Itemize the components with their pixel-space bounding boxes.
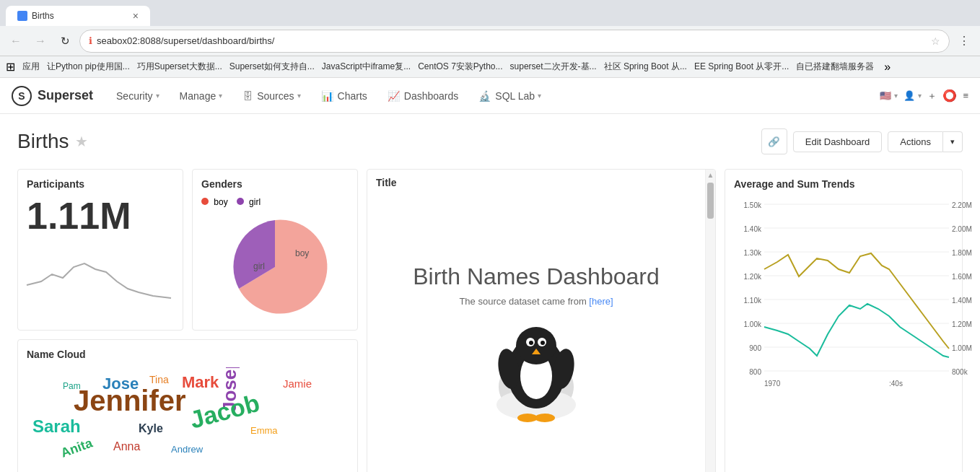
superset-logo-icon: S <box>12 86 32 106</box>
nav-manage[interactable]: Manage ▾ <box>171 84 232 108</box>
bookmark-8[interactable]: EE Spring Boot 从零开... <box>694 61 789 73</box>
bookmark-2[interactable]: 巧用Superset大数据... <box>137 61 222 73</box>
pie-container: girl boy <box>201 213 349 321</box>
hamburger-icon: ≡ <box>963 90 968 101</box>
nav-sqllab-label: SQL Lab <box>495 90 535 102</box>
actions-dropdown-btn[interactable]: ▾ <box>943 131 963 152</box>
link-btn[interactable]: 🔗 <box>761 128 787 154</box>
bookmark-5[interactable]: CentOS 7安装Pytho... <box>418 61 502 73</box>
scroll-bar[interactable]: ▲ ▼ <box>705 170 715 472</box>
extensions-btn[interactable]: ⋮ <box>954 31 974 51</box>
apps-icon[interactable]: ⊞ <box>6 60 15 74</box>
nav-github[interactable]: ⭕ <box>942 89 957 102</box>
flag-chevron: ▾ <box>894 92 898 100</box>
svg-text:2.20M: 2.20M <box>952 201 972 209</box>
nav-security-label: Security <box>116 90 153 102</box>
genders-title: Genders <box>201 178 349 190</box>
nav-sqllab[interactable]: 🔬 SQL Lab ▾ <box>470 84 550 108</box>
birth-link[interactable]: [here] <box>589 296 613 307</box>
nav-dashboards[interactable]: 📈 Dashboards <box>379 84 468 108</box>
superset-logo[interactable]: S Superset <box>12 86 93 106</box>
browser-tab[interactable]: Births × <box>6 6 150 26</box>
name-jamie: Jamie <box>283 377 312 390</box>
svg-text:2.00M: 2.00M <box>952 225 972 233</box>
plus-icon: ＋ <box>927 89 937 102</box>
svg-text:1970: 1970 <box>764 380 781 388</box>
participants-value: 1.11M <box>27 197 174 235</box>
tab-close-btn[interactable]: × <box>133 10 139 22</box>
name-emma: Emma <box>250 425 278 436</box>
more-bookmarks[interactable]: » <box>884 61 891 74</box>
bookmark-7[interactable]: 社区 Spring Boot 从... <box>604 61 687 73</box>
github-icon: ⭕ <box>942 89 957 102</box>
browser-toolbar: ← → ↻ ℹ seabox02:8088/superset/dashboard… <box>0 26 980 56</box>
nav-menu-icon[interactable]: ≡ <box>963 90 968 101</box>
nav-sources[interactable]: 🗄 Sources ▾ <box>234 84 309 108</box>
forward-btn[interactable]: → <box>30 31 51 51</box>
girl-legend-dot <box>237 198 244 205</box>
scroll-up[interactable]: ▲ <box>706 170 715 180</box>
dashboard-content: Births ★ 🔗 Edit Dashboard Actions ▾ <box>0 114 980 472</box>
girl-legend: girl <box>237 197 261 207</box>
name-cloud: Jennifer Jose Mark Tina Joseph Jamie Sar… <box>27 367 349 472</box>
back-btn[interactable]: ← <box>6 31 26 51</box>
svg-point-10 <box>541 341 545 345</box>
svg-text:1.40k: 1.40k <box>744 225 762 233</box>
name-pam: Pam <box>63 381 81 391</box>
nav-sources-label: Sources <box>257 90 294 102</box>
bookmark-3[interactable]: Superset如何支持自... <box>229 61 315 73</box>
title-card: Title Birth Names Dashboard The source d… <box>367 169 716 472</box>
trend-chart-area: 1.50k 1.40k 1.30k 1.20k 1.10k 1.00k 900 … <box>734 197 953 399</box>
scroll-thumb <box>707 183 714 219</box>
nav-user[interactable]: 👤 ▾ <box>904 90 922 101</box>
nav-security[interactable]: Security ▾ <box>108 84 168 108</box>
boy-legend: boy <box>201 197 228 207</box>
svg-point-14 <box>517 414 538 422</box>
girl-label: girl <box>253 261 265 271</box>
browser-tabs: Births × <box>0 0 980 26</box>
superset-logo-text: Superset <box>38 88 93 103</box>
participants-card: Participants 1.11M <box>17 169 183 331</box>
dashboard-title-text: Births <box>17 130 69 153</box>
penguin-illustration <box>486 318 587 421</box>
security-icon: ℹ <box>89 35 92 46</box>
charts-icon: 📊 <box>321 90 333 102</box>
birth-subtitle: The source dataset came from [here] <box>459 296 613 307</box>
nav-manage-label: Manage <box>180 90 216 102</box>
nav-charts[interactable]: 📊 Charts <box>312 84 376 108</box>
edit-dashboard-btn[interactable]: Edit Dashboard <box>793 131 883 152</box>
nav-manage-chevron: ▾ <box>219 92 222 100</box>
participants-title: Participants <box>27 178 174 190</box>
app-container: S Superset Security ▾ Manage ▾ 🗄 Sources… <box>0 78 980 472</box>
boy-label: boy <box>295 248 309 258</box>
name-anita: Anita <box>59 435 95 460</box>
bookmark-4[interactable]: JavaScript中iframe复... <box>322 61 411 73</box>
trend-card-title: Average and Sum Trends <box>734 178 953 190</box>
bookmark-6[interactable]: superset二次开发-基... <box>510 61 597 73</box>
nav-menu: Security ▾ Manage ▾ 🗄 Sources ▾ 📊 Charts… <box>108 84 880 108</box>
address-bar[interactable]: ℹ seabox02:8088/superset/dashboard/birth… <box>79 30 950 53</box>
svg-text:1.60M: 1.60M <box>952 273 972 281</box>
nav-flag[interactable]: 🇺🇸 ▾ <box>880 90 898 101</box>
svg-text:1.20M: 1.20M <box>952 320 972 328</box>
name-tina: Tina <box>149 374 169 385</box>
svg-text:1.00M: 1.00M <box>952 344 972 352</box>
nav-sources-chevron: ▾ <box>297 92 301 100</box>
bookmark-star-icon[interactable]: ☆ <box>931 35 940 47</box>
bookmark-1[interactable]: 让Python pip使用国... <box>47 61 130 73</box>
svg-text:900: 900 <box>749 344 761 352</box>
svg-text:800k: 800k <box>952 368 968 376</box>
bookmark-0[interactable]: 应用 <box>22 61 40 73</box>
trend-card: Average and Sum Trends 1.50k 1.40k 1.30k… <box>725 169 963 472</box>
nav-plus[interactable]: ＋ <box>927 89 937 102</box>
svg-text:S: S <box>18 90 25 102</box>
bookmark-9[interactable]: 自已搭建翻墙服务器 <box>796 61 874 73</box>
svg-text::40s: :40s <box>889 380 903 388</box>
name-cloud-svg: Jennifer Jose Mark Tina Joseph Jamie Sar… <box>27 367 337 468</box>
bookmarks-bar: ⊞ 应用 让Python pip使用国... 巧用Superset大数据... … <box>0 56 980 78</box>
reload-btn[interactable]: ↻ <box>55 31 75 51</box>
dashboard-star-icon[interactable]: ★ <box>75 133 88 150</box>
svg-text:1.20k: 1.20k <box>744 273 762 281</box>
name-cloud-title: Name Cloud <box>27 349 349 360</box>
actions-btn[interactable]: Actions <box>888 131 943 152</box>
